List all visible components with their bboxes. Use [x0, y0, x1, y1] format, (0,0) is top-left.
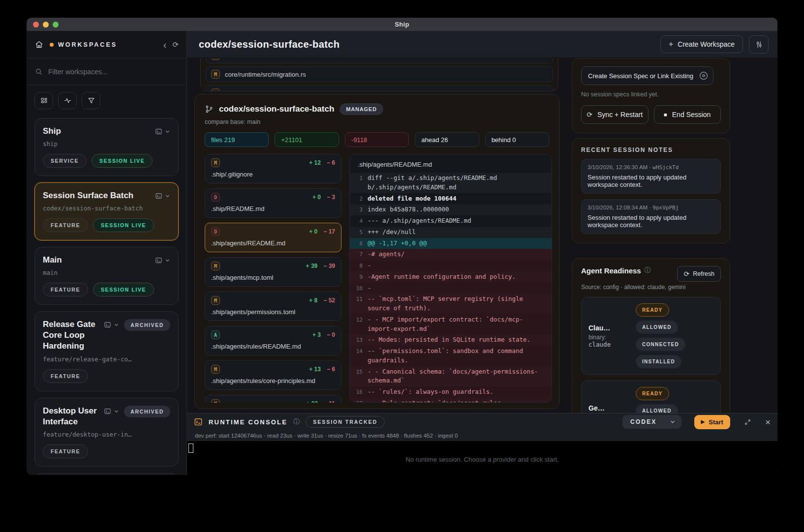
minimize-window-button[interactable] — [43, 22, 49, 28]
workspace-card[interactable]: Session Surface Batch codex/session-surf… — [34, 182, 179, 240]
create-workspace-button[interactable]: + Create Workspace — [660, 35, 743, 53]
line-number: 3 — [350, 205, 368, 214]
workspace-session-menu-button[interactable] — [104, 321, 119, 328]
agent-readiness-card: Agent Readiness ⓘ ⟳ Refresh Source: conf… — [572, 258, 730, 413]
workspace-badge: SERVICE — [43, 154, 87, 168]
collapse-sidebar-button[interactable]: ‹ — [163, 40, 167, 50]
line-text: --- a/.ship/agents/README.md — [368, 216, 552, 226]
file-status-badge: D — [211, 193, 220, 202]
settings-button[interactable] — [749, 35, 769, 54]
changed-file-item[interactable]: A + 3 − 0 .ship/agents/rules/README.md — [205, 326, 341, 355]
note-timestamp: 3/10/2026, 12:08:34 AM · 9pxVpPBj — [588, 205, 714, 211]
home-button[interactable] — [34, 40, 44, 49]
file-status-badge: M — [211, 58, 220, 60]
line-number: 16 — [350, 387, 368, 397]
title-bar: Ship — [27, 18, 777, 31]
diff-stat-pill: +21101 — [275, 132, 339, 147]
filter-button[interactable] — [82, 92, 100, 109]
touched-file-row[interactable]: M core/runtime/src/migration.rs — [206, 66, 553, 82]
touched-file-row[interactable]: M — [206, 85, 553, 91]
line-text: - - MCP import/export contract: `docs/mc… — [368, 315, 552, 334]
changed-file-item[interactable]: M + 13 − 6 .ship/agents/rules/core-princ… — [205, 360, 341, 390]
window-title: Ship — [395, 21, 409, 28]
archived-badge: ARCHIVED — [124, 406, 170, 417]
file-status-badge: D — [211, 227, 220, 236]
line-number: 5 — [350, 228, 368, 237]
search-icon — [35, 68, 43, 76]
line-number: 17 — [350, 399, 368, 402]
diff-line: 9 -Agent runtime configuration and polic… — [350, 271, 552, 283]
end-session-button[interactable]: ■ End Session — [654, 105, 721, 124]
line-text: -- `mcp.toml`: MCP server registry (sing… — [368, 295, 552, 313]
sliders-icon — [755, 40, 763, 49]
changed-file-item[interactable]: D + 0 − 3 .ship/README.md — [205, 188, 341, 218]
changed-file-item[interactable]: M + 39 − 39 .ship/agents/mcp.toml — [205, 257, 341, 287]
readiness-source: Source: config · allowed: claude, gemini — [581, 284, 721, 291]
refresh-workspaces-button[interactable]: ⟳ — [172, 40, 179, 49]
workspace-session-menu-button[interactable] — [104, 408, 119, 415]
touched-files-peek: M M core/runtime/src/migration.rs M — [200, 58, 558, 92]
expand-console-button[interactable] — [744, 418, 751, 426]
workspace-session-menu-button[interactable] — [155, 192, 170, 200]
sync-restart-button[interactable]: ⟳ Sync + Restart — [581, 105, 649, 124]
additions-count: + 22 — [306, 400, 318, 403]
chevron-down-icon — [670, 419, 676, 425]
diff-stats: files 219 +21101 -9118 ahead 26 behind 0 — [201, 132, 553, 147]
chevron-down-icon — [165, 258, 170, 263]
plus-icon: + — [669, 40, 673, 48]
file-change-counts: + 39 − 39 — [306, 263, 335, 269]
branch-name: codex/session-surface-batch — [219, 104, 334, 114]
changed-file-item[interactable]: D + 0 − 17 .ship/agents/README.md — [205, 223, 341, 252]
create-session-spec-button[interactable]: Create Session Spec or Link Existing — [581, 66, 713, 85]
workspace-card[interactable]: SQLite-first data model ARCHIVED feature… — [34, 473, 179, 475]
workspace-card[interactable]: Main main FEATURE — [34, 247, 179, 305]
close-window-button[interactable] — [33, 22, 39, 28]
info-icon: ⓘ — [293, 417, 300, 426]
workspace-badges: FEATURE SESSION LIVE — [43, 218, 170, 232]
provider-select[interactable]: CODEX — [622, 415, 681, 429]
line-number: 8 — [350, 261, 368, 270]
info-icon: ⓘ — [645, 266, 651, 275]
filter-workspaces-input[interactable] — [48, 68, 178, 76]
diff-line: 2 deleted file mode 100644 — [350, 193, 552, 205]
workspace-card[interactable]: Release Gate Core Loop Hardening ARCHIVE… — [34, 311, 179, 391]
archived-badge: ARCHIVED — [124, 319, 170, 331]
changed-files-list[interactable]: M + 12 − 6 .ship/.gitignore — [205, 154, 341, 403]
start-session-button[interactable]: ▶ Start — [694, 415, 730, 429]
agent-binary-label: binary: — [588, 334, 631, 341]
additions-count: + 39 — [306, 263, 318, 269]
changed-file-item[interactable]: M + 12 − 6 .ship/.gitignore — [205, 154, 341, 183]
diff-content[interactable]: 1 diff --git a/.ship/agents/README.md b/… — [350, 173, 552, 402]
workspace-name: Ship — [43, 126, 150, 137]
workspace-badge: SESSION LIVE — [93, 218, 154, 232]
refresh-readiness-button[interactable]: ⟳ Refresh — [677, 266, 721, 282]
agent-readiness-title: Agent Readiness ⓘ — [581, 266, 651, 275]
deletions-count: − 11 — [324, 400, 335, 403]
activity-view-button[interactable] — [58, 92, 77, 109]
terminal-area[interactable]: No runtime session. Choose a provider an… — [187, 441, 777, 475]
main-content: M M core/runtime/src/migration.rs M — [187, 58, 777, 413]
file-change-counts: + 13 − 6 — [309, 366, 335, 373]
line-number: 13 — [350, 335, 368, 345]
diff-line: 4 --- a/.ship/agents/README.md — [350, 215, 552, 227]
workspace-card[interactable]: Ship ship SERVICE — [34, 118, 179, 176]
touched-file-row[interactable]: M — [206, 58, 553, 63]
grid-view-button[interactable] — [34, 92, 53, 109]
close-console-button[interactable]: × — [765, 417, 771, 427]
file-change-counts: + 12 − 6 — [309, 159, 335, 166]
sync-icon: ⟳ — [587, 111, 592, 118]
app-window: Ship WORKSPACES ‹ ⟳ — [27, 18, 777, 475]
zoom-window-button[interactable] — [53, 22, 59, 28]
line-text: +++ /dev/null — [368, 228, 552, 237]
workspace-card[interactable]: Desktop User Interface ARCHIVED feature/… — [34, 398, 179, 467]
additions-count: + 12 — [309, 159, 321, 166]
workspace-session-menu-button[interactable] — [155, 128, 170, 135]
line-number: 2 — [350, 194, 368, 204]
grid-icon — [40, 96, 48, 105]
diff-line: 1 diff --git a/.ship/agents/README.md b/… — [350, 173, 552, 193]
workspace-session-menu-button[interactable] — [155, 257, 170, 264]
changed-file-item[interactable]: M + 8 − 52 .ship/agents/permissions.toml — [205, 292, 341, 321]
changed-file-item[interactable]: M + 22 − 11 .ship/agents/rules/engineeri… — [205, 395, 341, 403]
line-text: index b45a878..0000000 — [368, 205, 552, 214]
terminal-icon — [194, 417, 203, 426]
